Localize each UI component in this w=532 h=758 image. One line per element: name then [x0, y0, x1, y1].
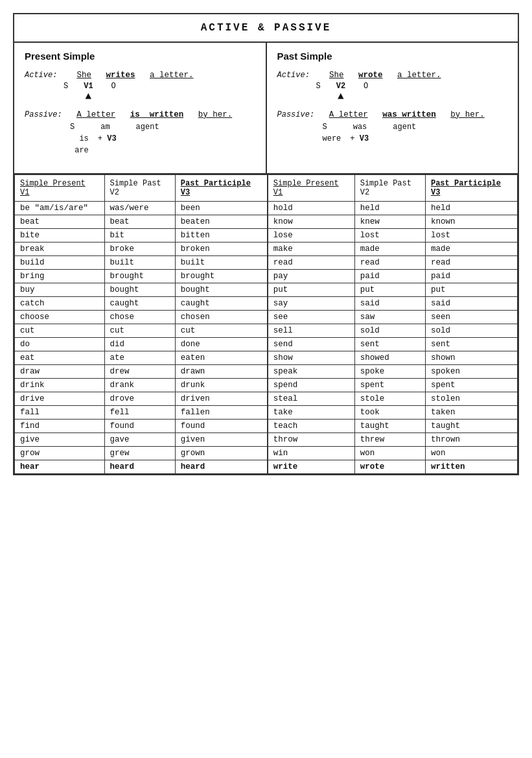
- verb-cell: give: [15, 432, 105, 446]
- verb-cell: grew: [104, 446, 175, 460]
- verb-cell: made: [354, 242, 425, 255]
- verb-cell: saw: [354, 310, 425, 324]
- verb-cell: drawn: [175, 364, 268, 378]
- s-label2: S: [70, 121, 75, 133]
- table-row: fallfellfallentaketooktaken: [15, 405, 518, 419]
- table-row: drawdrewdrawnspeakspokespoken: [15, 364, 518, 378]
- verb-cell: put: [268, 283, 354, 296]
- verb-cell: shown: [425, 351, 517, 364]
- verb-cell: did: [104, 337, 175, 351]
- verb-cell: caught: [175, 296, 268, 310]
- verb-cell: drive: [15, 392, 105, 405]
- verb-cell: wrote: [354, 460, 425, 473]
- s-label: S: [64, 82, 68, 91]
- past-passive-sentence: Passive: A letter was written by her.: [277, 109, 508, 121]
- verb-cell: won: [354, 446, 425, 460]
- verb-cell: hold: [268, 201, 354, 215]
- past-arrow-up: ▲: [338, 91, 344, 102]
- col-v2b-label: Simple PastV2: [360, 179, 411, 197]
- table-row: dodiddonesendsentsent: [15, 337, 518, 351]
- col-v2a-label: Simple PastV2: [110, 179, 161, 197]
- verb-cell: stole: [354, 392, 425, 405]
- past-active-block: Active: She wrote a letter. S V2 ▲ O: [277, 69, 508, 102]
- verb-cell: spoke: [354, 364, 425, 378]
- past-a-letter: A letter: [329, 110, 368, 119]
- were-label: were: [323, 133, 341, 145]
- verb-cell: knew: [354, 215, 425, 228]
- verb-cell: thrown: [425, 432, 517, 446]
- verb-cell: draw: [15, 364, 105, 378]
- verb-cell: make: [268, 242, 354, 255]
- table-header-row: Simple PresentV1 Simple PastV2 Past Part…: [15, 174, 518, 201]
- verb-cell: bite: [15, 228, 105, 242]
- verb-cell: grow: [15, 446, 105, 460]
- arrow-up: ▲: [86, 91, 92, 102]
- verb-cell: find: [15, 419, 105, 432]
- verb-cell: read: [268, 255, 354, 269]
- verb-cell: speak: [268, 364, 354, 378]
- are-label: are: [70, 145, 255, 156]
- verb-cell: beat: [104, 215, 175, 228]
- verb-table-section: Simple PresentV1 Simple PastV2 Past Part…: [14, 174, 518, 474]
- am-label: am: [100, 121, 110, 133]
- table-row: hearheardheardwritewrotewritten: [15, 460, 518, 473]
- past-passive-label: Passive:: [277, 110, 315, 119]
- v1-label-arrow: V1: [84, 82, 93, 91]
- present-simple-heading: Present Simple: [25, 51, 255, 62]
- verb-cell: held: [425, 201, 517, 215]
- verb-cell: cut: [15, 324, 105, 337]
- col-header-v3a: Past ParticipleV3: [175, 174, 268, 201]
- verb-cell: put: [425, 283, 517, 296]
- verb-cell: chose: [104, 310, 175, 324]
- verb-cell: say: [268, 296, 354, 310]
- verb-cell: bit: [104, 228, 175, 242]
- table-row: breakbrokebrokenmakemademade: [15, 242, 518, 255]
- o-label: O: [111, 82, 116, 91]
- table-row: givegavegiventhrowthrewthrown: [15, 432, 518, 446]
- col-header-v3b: Past ParticipleV3: [425, 174, 517, 201]
- verb-cell: taught: [425, 419, 517, 432]
- verb-cell: bought: [175, 283, 268, 296]
- verb-cell: built: [104, 255, 175, 269]
- verb-cell: chosen: [175, 310, 268, 324]
- verb-cell: showed: [354, 351, 425, 364]
- verb-cell: drew: [104, 364, 175, 378]
- letter-text: a letter.: [150, 71, 194, 80]
- verb-cell: bring: [15, 269, 105, 283]
- verb-cell: won: [425, 446, 517, 460]
- col-v1a-label: Simple PresentV1: [20, 179, 86, 197]
- verb-cell: throw: [268, 432, 354, 446]
- writes-text: writes: [106, 71, 135, 80]
- verb-cell: drank: [104, 378, 175, 392]
- title-text: ACTIVE & PASSIVE: [201, 22, 332, 34]
- active-label: Active:: [25, 71, 57, 80]
- table-row: eatateeatenshowshowedshown: [15, 351, 518, 364]
- verb-cell: grown: [175, 446, 268, 460]
- verb-cell: found: [175, 419, 268, 432]
- agent-label: agent: [136, 121, 159, 133]
- col-header-v1a: Simple PresentV1: [15, 174, 105, 201]
- verb-cell: catch: [15, 296, 105, 310]
- verb-cell: spent: [354, 378, 425, 392]
- verb-cell: cut: [175, 324, 268, 337]
- table-row: choosechosechosenseesawseen: [15, 310, 518, 324]
- verb-cell: sell: [268, 324, 354, 337]
- verb-cell: do: [15, 337, 105, 351]
- verb-cell: pay: [268, 269, 354, 283]
- verb-cell: given: [175, 432, 268, 446]
- verb-cell: spoken: [425, 364, 517, 378]
- past-passive-block: Passive: A letter was written by her. S …: [277, 109, 508, 145]
- verb-cell: eat: [15, 351, 105, 364]
- present-passive-sentence: Passive: A letter is written by her.: [25, 109, 255, 121]
- col-header-v1b: Simple PresentV1: [268, 174, 354, 201]
- table-row: catchcaughtcaughtsaysaidsaid: [15, 296, 518, 310]
- past-active-label: Active:: [277, 71, 310, 80]
- verb-cell: sold: [425, 324, 517, 337]
- by-her: by her.: [198, 110, 233, 119]
- verb-cell: written: [425, 460, 517, 473]
- verb-cell: drink: [15, 378, 105, 392]
- verb-cell: teach: [268, 419, 354, 432]
- v2-label-arrow: V2: [336, 82, 345, 91]
- col-v1b-label: Simple PresentV1: [273, 179, 339, 197]
- table-row: beatbeatbeatenknowknewknown: [15, 215, 518, 228]
